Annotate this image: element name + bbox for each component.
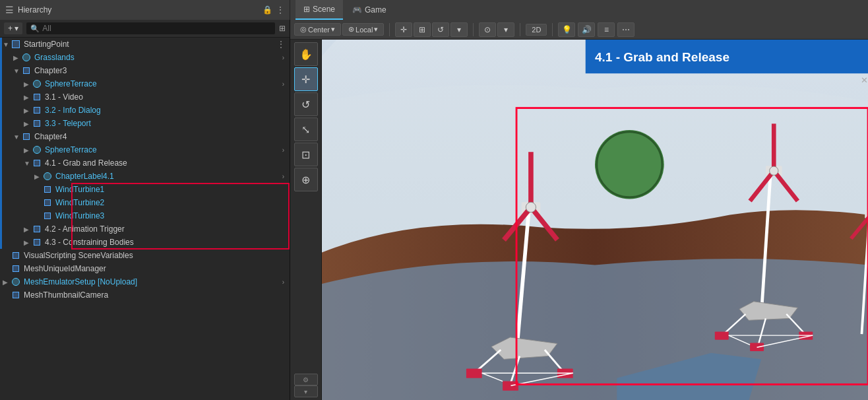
arrow-startingpoint: [3, 41, 11, 48]
center-button[interactable]: ◎ Center ▾: [294, 23, 341, 36]
rotate-btn[interactable]: ↺: [432, 22, 449, 37]
game-tab-icon: 🎮: [352, 5, 362, 15]
custom-tool[interactable]: ⊕: [294, 168, 318, 191]
local-button[interactable]: ⊛ Local ▾: [342, 23, 384, 36]
icon-teleport: [32, 118, 42, 129]
icon-meshunique: [11, 263, 21, 274]
viewport-toolbar: ◎ Center ▾ ⊛ Local ▾ ✛ ⊞ ↺ ▾ ⊙ ▾: [290, 20, 868, 40]
icon-meshemulator: [11, 277, 21, 287]
arrow-teleport: [24, 120, 32, 127]
two-d-button[interactable]: 2D: [526, 24, 547, 36]
arrow-chapterlabel41: [34, 173, 42, 180]
center-chevron: ▾: [331, 25, 335, 34]
tree-item-startingpoint[interactable]: StartingPoint ⋮: [0, 38, 290, 51]
icon-windturbine3: [42, 211, 53, 221]
chevron-sphereterrace1: ›: [282, 81, 290, 88]
expand-button[interactable]: ⊞: [279, 24, 286, 33]
tree-item-sphereterrace2[interactable]: SphereTerrace ›: [0, 143, 290, 156]
audio-button[interactable]: 🔊: [578, 22, 595, 37]
arrow-grasslands: [13, 54, 21, 61]
tree-item-chapter3[interactable]: Chapter3: [0, 64, 290, 77]
rotate-tool[interactable]: ↺: [294, 92, 318, 116]
move-tool-btn[interactable]: ✛: [395, 22, 412, 37]
light-button[interactable]: 💡: [558, 22, 575, 37]
icon-windturbine2: [42, 197, 53, 208]
tree-item-video[interactable]: 3.1 - Video: [0, 90, 290, 104]
gizmo-btn[interactable]: ⊙: [479, 22, 496, 37]
tab-game[interactable]: 🎮 Game: [344, 0, 394, 20]
local-icon: ⊛: [348, 25, 354, 34]
search-input[interactable]: [42, 24, 271, 33]
center-label: Center: [308, 26, 330, 34]
rect-tool[interactable]: ⊡: [294, 143, 318, 166]
settings-top[interactable]: ⚙: [294, 374, 318, 385]
scale-tool[interactable]: ⤡: [294, 117, 318, 141]
arrow-infodialog: [24, 107, 32, 114]
hamburger-icon[interactable]: ☰: [5, 5, 14, 15]
tree-item-constraining[interactable]: 4.3 - Constraining Bodies: [0, 236, 290, 249]
svg-point-38: [770, 166, 778, 175]
tab-scene[interactable]: ⊞ Scene: [295, 0, 343, 20]
icon-chapter3: [21, 65, 32, 76]
arrow-meshemulator: [3, 279, 11, 286]
center-group: ◎ Center ▾ ⊛ Local ▾: [294, 23, 384, 36]
move-tool[interactable]: ✛: [294, 67, 318, 91]
tree-item-meshemulator[interactable]: MeshEmulatorSetup [NoUpload] ›: [0, 275, 290, 288]
icon-constraining: [32, 237, 42, 248]
viewport[interactable]: ✋ ✛ ↺ ⤡ ⊡ ⊕ ⚙ ▾: [290, 40, 868, 400]
hand-tool[interactable]: ✋: [294, 42, 318, 66]
arrow-animtrigger: [24, 226, 32, 233]
add-button[interactable]: + ▾: [4, 22, 22, 34]
more-options-icon[interactable]: ⋮: [276, 5, 284, 15]
icon-chapterlabel41: [42, 171, 53, 182]
svg-text:4.1 - Grab and Release: 4.1 - Grab and Release: [595, 50, 729, 64]
tree-item-windturbine1[interactable]: WindTurbine1: [0, 183, 290, 196]
more-startingpoint[interactable]: ⋮: [276, 39, 290, 50]
tree-item-sphereterrace1[interactable]: SphereTerrace ›: [0, 77, 290, 90]
scene-3d: 4.1 - Grab and Release: [322, 40, 868, 400]
icon-startingpoint: [11, 39, 21, 50]
arrow-grabrelease: [24, 160, 32, 167]
tree-item-animtrigger[interactable]: 4.2 - Animation Trigger: [0, 222, 290, 236]
arrow-video: [24, 94, 32, 101]
label-windturbine1: WindTurbine1: [55, 185, 104, 194]
label-infodialog: 3.2 - Info Dialog: [45, 106, 101, 115]
label-windturbine3: WindTurbine3: [55, 211, 104, 220]
hierarchy-title: Hierarchy: [18, 5, 51, 15]
more-toolbar-button[interactable]: ⋯: [617, 22, 635, 37]
tree-item-grasslands[interactable]: Grasslands ›: [0, 51, 290, 64]
hierarchy-toolbar: + ▾ 🔍 ⊞: [0, 20, 290, 38]
settings-bot[interactable]: ▾: [294, 385, 318, 397]
tree-item-meshthumbnail[interactable]: MeshThumbnailCamera: [0, 288, 290, 302]
tree-item-visualscripting[interactable]: VisualScripting SceneVariables: [0, 249, 290, 262]
tree-item-chapterlabel41[interactable]: ChapterLabel4.1 ›: [0, 170, 290, 183]
tree-item-grabrelease[interactable]: 4.1 - Grab and Release: [0, 156, 290, 170]
game-tab-label: Game: [365, 5, 387, 15]
move-btn2[interactable]: ⊞: [414, 22, 431, 37]
label-animtrigger: 4.2 - Animation Trigger: [45, 224, 125, 234]
left-tools-panel: ✋ ✛ ↺ ⤡ ⊡ ⊕ ⚙ ▾: [290, 40, 322, 400]
tree-item-meshunique[interactable]: MeshUniqueIdManager: [0, 262, 290, 275]
icon-visualscripting: [11, 250, 21, 261]
tree-item-infodialog[interactable]: 3.2 - Info Dialog: [0, 104, 290, 117]
tree-item-windturbine2[interactable]: WindTurbine2: [0, 196, 290, 209]
tree-item-windturbine3[interactable]: WindTurbine3: [0, 209, 290, 222]
arrow-chapter4: [13, 133, 21, 141]
label-grasslands: Grasslands: [34, 53, 75, 62]
gizmo-chevron-btn[interactable]: ▾: [497, 22, 514, 37]
svg-text:✕: ✕: [861, 75, 868, 85]
tree-container[interactable]: StartingPoint ⋮ Grasslands › Chapter3: [0, 38, 290, 400]
icon-animtrigger: [32, 224, 42, 234]
icon-chapter4: [21, 131, 32, 142]
transform-group: ✛ ⊞ ↺ ▾: [395, 22, 468, 37]
icon-sphereterrace2: [32, 145, 42, 155]
label-teleport: 3.3 - Teleport: [45, 119, 91, 128]
search-box: 🔍: [26, 22, 275, 34]
hierarchy-panel: + ▾ 🔍 ⊞ StartingPoint ⋮ Grasslands: [0, 20, 290, 400]
tree-item-teleport[interactable]: 3.3 - Teleport: [0, 117, 290, 130]
icon-windturbine1: [42, 184, 53, 195]
lock-icon[interactable]: 🔒: [263, 5, 272, 15]
tree-item-chapter4[interactable]: Chapter4: [0, 130, 290, 143]
rotate-chevron-btn[interactable]: ▾: [450, 22, 468, 37]
layers-button[interactable]: ≡: [598, 22, 615, 37]
